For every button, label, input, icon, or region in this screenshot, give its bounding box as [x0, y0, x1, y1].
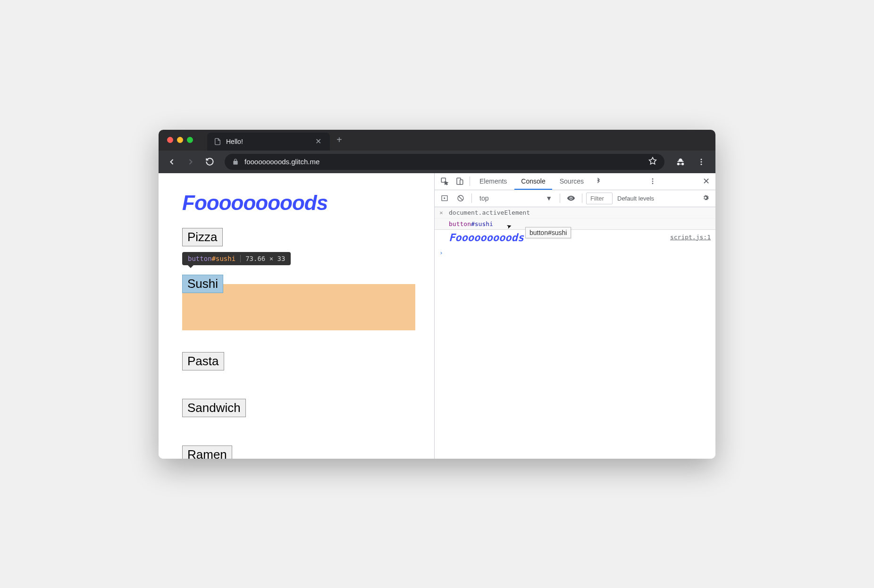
clear-console-icon[interactable] — [454, 191, 468, 205]
tab-console[interactable]: Console — [514, 174, 552, 190]
svg-point-1 — [701, 159, 702, 160]
svg-point-3 — [701, 163, 702, 165]
svg-point-9 — [652, 183, 654, 184]
window-close-button[interactable] — [167, 137, 173, 143]
execution-context-dropdown[interactable]: top ▼ — [476, 193, 556, 204]
more-tabs-icon[interactable] — [591, 174, 605, 188]
tooltip-dimensions: 73.66 × 33 — [245, 255, 285, 262]
console-settings-gear-icon[interactable] — [698, 193, 713, 203]
svg-point-2 — [701, 161, 702, 162]
divider — [582, 193, 582, 203]
bookmark-star-icon[interactable] — [648, 157, 657, 167]
tooltip-divider — [240, 255, 241, 262]
console-eval-row[interactable]: × document.activeElement — [435, 207, 715, 218]
food-button-pasta[interactable]: Pasta — [182, 352, 224, 370]
svg-rect-6 — [460, 180, 463, 185]
food-button-pizza[interactable]: Pizza — [182, 228, 223, 246]
traffic-lights — [167, 137, 193, 143]
device-toolbar-icon[interactable] — [453, 174, 467, 188]
page-content: Fooooooooods Pizza button#sushi 73.66 × … — [159, 173, 434, 459]
titlebar: Hello! ✕ + — [159, 130, 715, 151]
log-levels-dropdown[interactable]: Default levels — [614, 195, 657, 202]
tab-elements[interactable]: Elements — [473, 174, 513, 189]
svg-marker-0 — [649, 158, 656, 164]
page-heading: Fooooooooods — [182, 191, 411, 215]
divider — [470, 176, 470, 186]
eval-expression: document.activeElement — [449, 209, 711, 216]
food-button-sandwich[interactable]: Sandwich — [182, 399, 246, 417]
window-minimize-button[interactable] — [177, 137, 183, 143]
console-result-row[interactable]: button#sushi — [435, 218, 715, 230]
context-value: top — [479, 194, 488, 202]
food-button-list: Pizza button#sushi 73.66 × 33 Sushi Past… — [182, 228, 411, 459]
svg-line-12 — [459, 196, 462, 200]
tab-close-button[interactable]: ✕ — [313, 137, 323, 146]
devtools-tabs: Elements Console Sources ✕ — [435, 173, 715, 190]
console-log-row[interactable]: Fooooooooods script.js:1 — [435, 230, 715, 247]
divider — [560, 193, 560, 203]
lock-icon — [232, 159, 239, 165]
tooltip-selector: button#sushi — [188, 255, 235, 262]
console-output: × document.activeElement button#sushi ➤ … — [435, 207, 715, 459]
browser-tab[interactable]: Hello! ✕ — [207, 133, 330, 151]
prompt-chevron-icon: › — [439, 249, 449, 256]
page-icon — [214, 138, 221, 145]
incognito-icon[interactable] — [672, 153, 689, 170]
tab-sources[interactable]: Sources — [553, 174, 590, 189]
address-bar[interactable]: fooooooooods.glitch.me — [225, 154, 664, 170]
console-sidebar-toggle-icon[interactable] — [437, 191, 452, 205]
inspect-tooltip: button#sushi 73.66 × 33 — [182, 252, 291, 265]
log-source-link[interactable]: script.js:1 — [670, 234, 711, 241]
filter-input[interactable] — [586, 193, 613, 204]
element-hover-tooltip: button#sushi — [525, 227, 571, 238]
live-expression-eye-icon[interactable] — [564, 191, 578, 205]
devtools-close-button[interactable]: ✕ — [700, 176, 713, 186]
console-toolbar: top ▼ Default levels — [435, 190, 715, 207]
new-tab-button[interactable]: + — [336, 134, 342, 145]
food-button-sushi-wrapper: button#sushi 73.66 × 33 Sushi — [182, 275, 223, 293]
devtools-menu-icon[interactable] — [646, 174, 660, 188]
url-text: fooooooooods.glitch.me — [244, 158, 319, 166]
result-value: button#sushi — [449, 220, 493, 227]
devtools-panel: Elements Console Sources ✕ — [434, 173, 715, 459]
svg-point-8 — [652, 181, 654, 182]
forward-button[interactable] — [183, 154, 198, 169]
console-prompt-row[interactable]: › — [435, 247, 715, 258]
inspect-element-icon[interactable] — [437, 174, 452, 188]
food-button-sushi[interactable]: Sushi — [182, 275, 223, 293]
reload-button[interactable] — [202, 154, 217, 169]
back-button[interactable] — [164, 154, 179, 169]
browser-toolbar: fooooooooods.glitch.me — [159, 151, 715, 173]
kebab-menu-icon[interactable] — [693, 153, 710, 170]
eval-close-icon[interactable]: × — [439, 209, 449, 216]
log-message: Fooooooooods — [449, 232, 524, 244]
tab-title: Hello! — [226, 138, 243, 145]
content-area: Fooooooooods Pizza button#sushi 73.66 × … — [159, 173, 715, 459]
svg-point-7 — [652, 178, 654, 180]
food-button-ramen[interactable]: Ramen — [182, 445, 232, 459]
window-maximize-button[interactable] — [187, 137, 193, 143]
browser-window: Hello! ✕ + fooooooooods.glitch.me — [159, 130, 715, 459]
chevron-down-icon: ▼ — [546, 194, 552, 202]
divider — [471, 193, 472, 203]
